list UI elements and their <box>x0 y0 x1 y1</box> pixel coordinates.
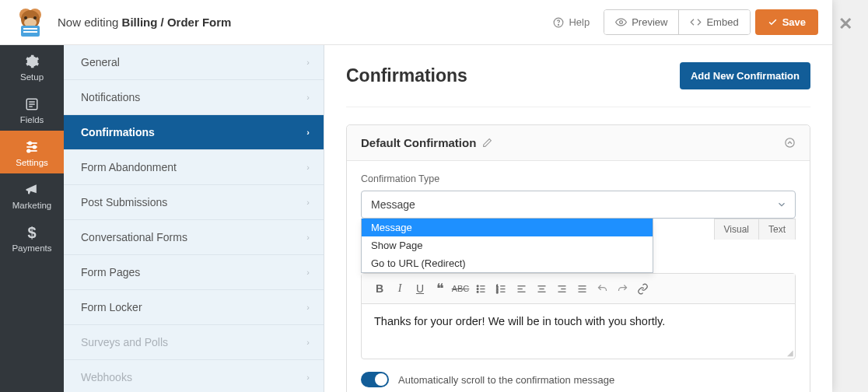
help-icon <box>553 17 564 28</box>
undo-icon[interactable] <box>592 278 612 299</box>
auto-scroll-label: Automatically scroll to the confirmation… <box>398 374 614 386</box>
sidebar-item-label: Conversational Forms <box>81 231 187 243</box>
sidebar-item-confirmations[interactable]: Confirmations› <box>64 115 324 150</box>
editor-toolbar: B I U ❝ ABC 123 <box>362 274 795 304</box>
form-icon <box>23 96 40 113</box>
editor-tab-visual[interactable]: Visual <box>714 219 758 240</box>
eye-icon <box>615 16 627 28</box>
number-list-icon[interactable]: 123 <box>491 278 511 299</box>
sidebar-item-conversational-forms[interactable]: Conversational Forms› <box>64 220 324 255</box>
dropdown-option-show-page[interactable]: Show Page <box>362 236 653 254</box>
chevron-right-icon: › <box>306 373 310 382</box>
help-link[interactable]: Help <box>544 10 599 34</box>
preview-label: Preview <box>632 16 667 28</box>
sidebar-item-post-submissions[interactable]: Post Submissions› <box>64 185 324 220</box>
redo-icon[interactable] <box>612 278 632 299</box>
chevron-right-icon: › <box>306 128 310 137</box>
svg-point-23 <box>477 285 478 286</box>
dropdown-option-redirect[interactable]: Go to URL (Redirect) <box>362 254 653 272</box>
sidebar-item-label: Surveys and Polls <box>81 336 168 348</box>
sidebar-item-notifications[interactable]: Notifications› <box>64 80 324 115</box>
message-text: Thanks for your order! We will be in tou… <box>374 315 665 327</box>
main-content: Confirmations Add New Confirmation Defau… <box>324 45 832 392</box>
sidebar-item-label: Form Pages <box>81 266 140 278</box>
sidebar-item-form-pages[interactable]: Form Pages› <box>64 255 324 290</box>
svg-point-19 <box>33 145 36 148</box>
sidebar-item-label: Confirmations <box>81 126 155 138</box>
rail-label: Setup <box>20 72 44 82</box>
confirmation-type-select[interactable]: Message <box>361 191 796 219</box>
megaphone-icon <box>23 181 40 198</box>
chevron-right-icon: › <box>306 338 310 347</box>
svg-rect-8 <box>23 31 37 33</box>
resize-handle-icon[interactable]: ◢ <box>787 348 793 357</box>
quote-icon[interactable]: ❝ <box>430 278 450 299</box>
rail-label: Payments <box>12 243 51 253</box>
save-button[interactable]: Save <box>755 9 818 35</box>
rail-payments[interactable]: $ Payments <box>0 216 64 259</box>
editor-tab-text[interactable]: Text <box>758 219 796 240</box>
settings-sidebar: General› Notifications› Confirmations› F… <box>64 45 324 392</box>
chevron-down-icon <box>776 199 787 210</box>
collapse-icon[interactable] <box>784 137 796 149</box>
svg-point-17 <box>29 142 31 144</box>
svg-point-21 <box>27 149 30 152</box>
svg-point-4 <box>24 16 27 19</box>
rail-settings[interactable]: Settings <box>0 131 64 173</box>
svg-rect-7 <box>23 28 37 30</box>
close-icon[interactable]: ✕ <box>838 14 852 34</box>
sidebar-item-label: Form Abandonment <box>81 161 177 173</box>
add-confirmation-button[interactable]: Add New Confirmation <box>680 62 810 89</box>
chevron-right-icon: › <box>306 58 310 67</box>
svg-point-5 <box>33 16 37 19</box>
pencil-icon[interactable] <box>482 138 492 148</box>
page-title: Now editing Billing / Order Form <box>58 16 231 30</box>
save-label: Save <box>782 16 806 28</box>
dropdown-option-message[interactable]: Message <box>362 219 653 236</box>
sidebar-item-form-abandonment[interactable]: Form Abandonment› <box>64 150 324 185</box>
svg-point-11 <box>620 21 623 24</box>
select-value: Message <box>371 198 415 211</box>
chevron-right-icon: › <box>306 93 310 102</box>
bold-icon[interactable]: B <box>369 278 390 299</box>
chevron-right-icon: › <box>306 198 310 207</box>
underline-icon[interactable]: U <box>410 278 430 299</box>
message-textarea[interactable]: Thanks for your order! We will be in tou… <box>362 304 795 359</box>
sidebar-item-form-locker[interactable]: Form Locker› <box>64 290 324 325</box>
auto-scroll-toggle[interactable] <box>361 372 389 387</box>
bullet-list-icon[interactable] <box>471 278 491 299</box>
main-title: Confirmations <box>346 65 467 86</box>
sidebar-item-webhooks[interactable]: Webhooks› <box>64 360 324 392</box>
help-label: Help <box>569 16 590 28</box>
dollar-icon: $ <box>23 224 40 241</box>
form-name: Billing / Order Form <box>122 16 232 29</box>
rail-label: Marketing <box>12 201 52 210</box>
sidebar-item-general[interactable]: General› <box>64 45 324 80</box>
svg-point-25 <box>477 288 478 289</box>
chevron-right-icon: › <box>306 163 310 172</box>
editing-prefix: Now editing <box>58 16 122 29</box>
align-right-icon[interactable] <box>551 278 572 299</box>
link-icon[interactable] <box>632 278 653 299</box>
strikethrough-icon[interactable]: ABC <box>450 278 471 299</box>
rail-setup[interactable]: Setup <box>0 45 64 88</box>
rail-fields[interactable]: Fields <box>0 88 64 131</box>
topbar: Now editing Billing / Order Form Help Pr… <box>0 0 832 45</box>
align-center-icon[interactable] <box>531 278 551 299</box>
italic-icon[interactable]: I <box>390 278 410 299</box>
align-left-icon[interactable] <box>511 278 531 299</box>
align-justify-icon[interactable] <box>572 278 592 299</box>
svg-text:3: 3 <box>496 290 498 293</box>
panel-title: Default Confirmation <box>361 136 476 149</box>
chevron-right-icon: › <box>306 233 310 242</box>
gear-icon <box>23 53 40 70</box>
embed-button[interactable]: Embed <box>678 10 749 34</box>
rail-marketing[interactable]: Marketing <box>0 173 64 216</box>
sidebar-item-surveys-polls[interactable]: Surveys and Polls› <box>64 325 324 360</box>
chevron-right-icon: › <box>306 268 310 277</box>
rail-label: Settings <box>16 158 48 167</box>
sliders-icon <box>23 138 40 156</box>
confirmation-type-dropdown: Message Show Page Go to URL (Redirect) <box>361 219 653 273</box>
preview-button[interactable]: Preview <box>604 10 678 34</box>
svg-point-27 <box>477 291 478 292</box>
